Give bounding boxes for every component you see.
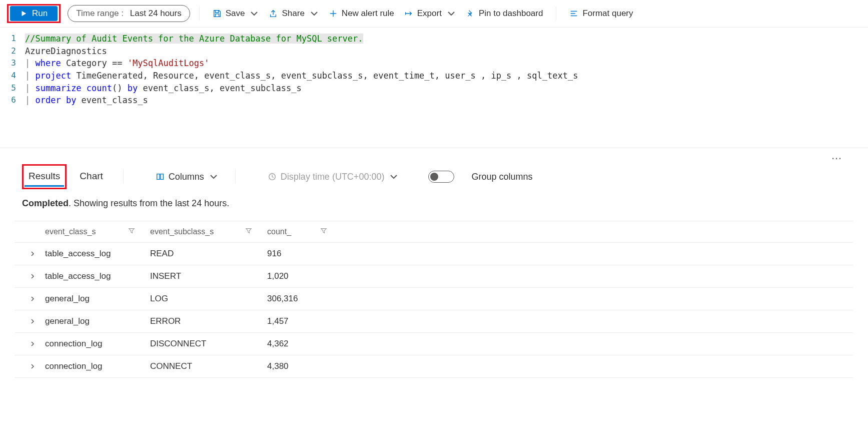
filter-icon[interactable] xyxy=(128,227,135,236)
clock-icon xyxy=(268,172,277,181)
cell-count: 306,316 xyxy=(267,294,342,304)
results-grid-header: event_class_s event_subclass_s count_ xyxy=(15,221,853,243)
column-header[interactable]: event_subclass_s xyxy=(150,227,214,236)
plus-icon xyxy=(329,9,338,18)
more-menu[interactable]: … xyxy=(15,148,853,162)
cell-event-class: general_log xyxy=(45,316,150,326)
line-number: 3 xyxy=(0,57,25,70)
results-grid-body: table_access_logREAD916table_access_logI… xyxy=(15,243,853,378)
play-icon xyxy=(20,10,27,17)
code-line[interactable]: 3| where Category == 'MySqlAuditLogs' xyxy=(0,57,868,70)
expand-row-icon[interactable] xyxy=(20,251,45,256)
save-button[interactable]: Save xyxy=(209,6,263,22)
time-range-picker[interactable]: Time range : Last 24 hours xyxy=(68,5,190,22)
results-tab-highlight: Results xyxy=(22,164,67,189)
pin-button[interactable]: Pin to dashboard xyxy=(462,6,547,22)
chevron-down-icon xyxy=(310,9,319,18)
line-number: 6 xyxy=(0,94,25,107)
cell-event-class: general_log xyxy=(45,294,150,304)
code-line[interactable]: 1//Summary of Audit Events for the Azure… xyxy=(0,33,868,45)
code-line[interactable]: 4| project TimeGenerated, Resource, even… xyxy=(0,70,868,82)
display-time-button: Display time (UTC+00:00) xyxy=(268,172,399,182)
results-pane: … Results Chart Columns Display time (UT… xyxy=(0,148,868,378)
group-columns-label: Group columns xyxy=(471,172,532,182)
expand-row-icon[interactable] xyxy=(20,319,45,324)
group-columns-toggle[interactable] xyxy=(428,171,454,183)
expand-row-icon[interactable] xyxy=(20,274,45,279)
line-number: 5 xyxy=(0,82,25,95)
cell-count: 1,020 xyxy=(267,271,342,281)
status-completed: Completed xyxy=(22,198,69,208)
cell-count: 4,380 xyxy=(267,361,342,371)
table-row[interactable]: connection_logDISCONNECT4,362 xyxy=(15,333,853,355)
code-text[interactable]: | project TimeGenerated, Resource, event… xyxy=(25,70,578,82)
tab-separator xyxy=(235,170,236,184)
cell-event-class: connection_log xyxy=(45,339,150,349)
table-row[interactable]: general_logLOG306,316 xyxy=(15,288,853,310)
query-editor[interactable]: 1//Summary of Audit Events for the Azure… xyxy=(0,28,868,148)
code-text[interactable]: AzureDiagnostics xyxy=(25,45,107,58)
results-tab-row: Results Chart Columns Display time (UTC+… xyxy=(15,162,853,189)
cell-event-subclass: CONNECT xyxy=(150,361,267,371)
chevron-down-icon xyxy=(447,9,456,18)
tab-chart[interactable]: Chart xyxy=(77,167,106,187)
toolbar-separator xyxy=(199,7,200,21)
cell-event-subclass: ERROR xyxy=(150,316,267,326)
tab-results[interactable]: Results xyxy=(26,167,63,187)
new-alert-button[interactable]: New alert rule xyxy=(325,6,398,22)
pin-icon xyxy=(466,9,475,18)
query-toolbar: Run Time range : Last 24 hours Save Shar… xyxy=(0,0,868,28)
table-row[interactable]: table_access_logINSERT1,020 xyxy=(15,265,853,288)
toolbar-separator xyxy=(556,7,556,21)
format-icon xyxy=(569,9,578,18)
time-range-value: Last 24 hours xyxy=(130,9,182,19)
results-status: Completed. Showing results from the last… xyxy=(15,189,853,221)
columns-label: Columns xyxy=(169,172,204,182)
column-header[interactable]: event_class_s xyxy=(45,227,96,236)
share-button[interactable]: Share xyxy=(265,6,322,22)
cell-count: 4,362 xyxy=(267,339,342,349)
table-row[interactable]: connection_logCONNECT4,380 xyxy=(15,355,853,378)
save-label: Save xyxy=(226,9,245,19)
line-number: 2 xyxy=(0,45,25,58)
filter-icon[interactable] xyxy=(320,227,327,236)
expand-row-icon[interactable] xyxy=(20,364,45,369)
expand-row-icon[interactable] xyxy=(20,341,45,346)
cell-count: 1,457 xyxy=(267,316,342,326)
share-icon xyxy=(269,9,278,18)
cell-event-subclass: READ xyxy=(150,249,267,259)
run-button-label: Run xyxy=(32,9,48,19)
code-line[interactable]: 6| order by event_class_s xyxy=(0,94,868,107)
columns-icon xyxy=(156,172,165,181)
tab-separator xyxy=(123,170,124,184)
code-text[interactable]: | order by event_class_s xyxy=(25,94,148,107)
filter-icon[interactable] xyxy=(245,227,252,236)
run-button-highlight: Run xyxy=(7,4,61,23)
column-header[interactable]: count_ xyxy=(267,227,291,236)
expand-row-icon[interactable] xyxy=(20,296,45,301)
save-icon xyxy=(213,9,222,18)
export-icon xyxy=(404,9,413,18)
cell-event-subclass: DISCONNECT xyxy=(150,339,267,349)
chevron-down-icon xyxy=(389,172,398,181)
export-button[interactable]: Export xyxy=(400,6,460,22)
cell-event-class: table_access_log xyxy=(45,249,150,259)
chevron-down-icon xyxy=(209,172,218,181)
run-button[interactable]: Run xyxy=(10,6,58,21)
code-line[interactable]: 2AzureDiagnostics xyxy=(0,45,868,58)
cell-count: 916 xyxy=(267,249,342,259)
code-line[interactable]: 5| summarize count() by event_class_s, e… xyxy=(0,82,868,95)
code-text[interactable]: | summarize count() by event_class_s, ev… xyxy=(25,82,302,95)
cell-event-subclass: INSERT xyxy=(150,271,267,281)
code-text[interactable]: | where Category == 'MySqlAuditLogs' xyxy=(25,57,210,70)
cell-event-class: table_access_log xyxy=(45,271,150,281)
format-query-button[interactable]: Format query xyxy=(565,6,637,22)
time-range-label: Time range : xyxy=(76,9,124,19)
cell-event-class: connection_log xyxy=(45,361,150,371)
table-row[interactable]: general_logERROR1,457 xyxy=(15,310,853,333)
columns-button[interactable]: Columns xyxy=(156,172,218,182)
line-number: 1 xyxy=(0,33,25,45)
table-row[interactable]: table_access_logREAD916 xyxy=(15,243,853,265)
code-text[interactable]: //Summary of Audit Events for the Azure … xyxy=(25,33,363,45)
status-detail: . Showing results from the last 24 hours… xyxy=(69,198,229,208)
